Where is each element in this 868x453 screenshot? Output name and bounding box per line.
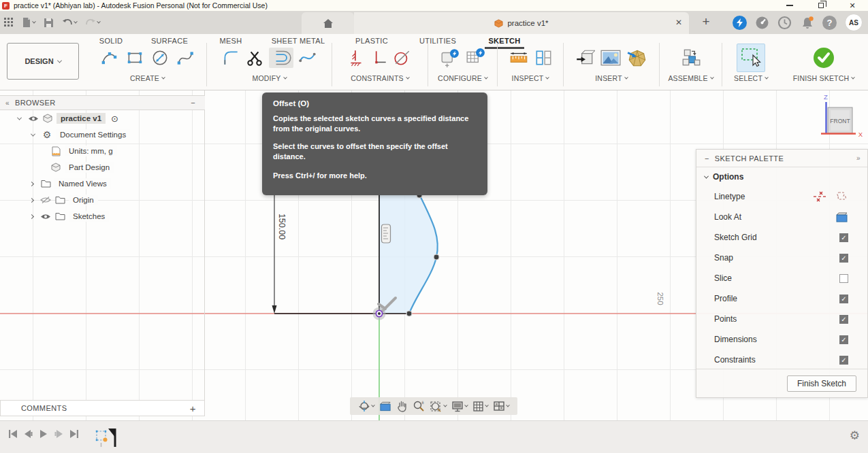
sketch-profile-region[interactable]: [379, 195, 438, 314]
tree-item-named-views[interactable]: Named Views: [0, 175, 205, 192]
slice-checkbox[interactable]: [839, 274, 848, 283]
timeline-play-button[interactable]: [39, 429, 48, 439]
sketch-feature-marker[interactable]: [95, 428, 118, 450]
spline-point[interactable]: [406, 311, 412, 316]
home-button[interactable]: [302, 12, 354, 34]
new-tab-button[interactable]: +: [698, 14, 713, 29]
zoom-button[interactable]: ±: [413, 400, 425, 412]
extensions-button[interactable]: [733, 16, 747, 30]
profile-checkbox[interactable]: [839, 295, 848, 303]
insert-derive-tool[interactable]: [575, 48, 595, 68]
points-checkbox[interactable]: [839, 315, 848, 324]
file-menu-button[interactable]: [22, 17, 35, 28]
chevron-right-icon[interactable]: [29, 214, 33, 218]
look-at-button[interactable]: [379, 401, 391, 412]
chevron-right-icon[interactable]: [29, 181, 33, 186]
chevron-right-icon[interactable]: [29, 197, 33, 202]
close-button[interactable]: ✕: [837, 0, 868, 11]
trim-tool[interactable]: [245, 48, 264, 67]
break-curve-tool[interactable]: [298, 48, 317, 67]
dimension-value[interactable]: 150.00: [277, 214, 287, 239]
minimize-panel-icon[interactable]: −: [191, 99, 195, 107]
viewports-button[interactable]: [493, 401, 509, 412]
add-comment-button[interactable]: +: [190, 403, 196, 414]
timeline-settings-gear-icon[interactable]: ⚙: [850, 429, 860, 443]
zoom-window-button[interactable]: [430, 400, 447, 412]
timeline-go-to-start-button[interactable]: [8, 429, 18, 439]
view-cube[interactable]: FRONT Z X: [821, 93, 863, 138]
tangent-constraint-tool[interactable]: [393, 48, 412, 67]
history-button[interactable]: [777, 16, 792, 30]
group-select-label[interactable]: SELECT: [734, 74, 762, 82]
construction-linetype-icon[interactable]: [836, 191, 848, 202]
tree-item-sketches[interactable]: Sketches: [0, 208, 205, 224]
group-assemble-label[interactable]: ASSEMBLE: [668, 74, 707, 82]
tree-item-label[interactable]: Units: mm, g: [65, 146, 117, 156]
offset-tool-active[interactable]: [269, 48, 293, 68]
design-workspace-button[interactable]: DESIGN: [7, 43, 79, 80]
pan-button[interactable]: [396, 400, 408, 412]
comments-bar[interactable]: COMMENTS +: [0, 400, 205, 416]
help-button[interactable]: ?: [822, 16, 837, 30]
constraints-checkbox[interactable]: [839, 356, 848, 365]
tree-item-part-design[interactable]: Part Design: [0, 159, 205, 175]
palette-header[interactable]: − SKETCH PALETTE »: [696, 150, 867, 167]
tree-item-label[interactable]: Named Views: [54, 178, 111, 189]
measure-tool[interactable]: [509, 48, 529, 67]
insert-canvas-image-tool[interactable]: [600, 48, 622, 68]
group-configure-label[interactable]: CONFIGURE: [438, 74, 482, 82]
redo-button[interactable]: [85, 18, 100, 27]
display-settings-button[interactable]: [451, 401, 468, 412]
expand-panel-icon[interactable]: »: [856, 154, 861, 162]
undo-button[interactable]: [62, 18, 77, 27]
finish-sketch-button[interactable]: Finish Sketch: [787, 375, 856, 392]
activate-component-icon[interactable]: ⊙: [111, 114, 118, 124]
select-tool-active[interactable]: [737, 44, 765, 72]
document-tab[interactable]: practice v1* ✕: [354, 12, 689, 34]
chevron-down-icon[interactable]: [30, 131, 35, 136]
tree-item-units[interactable]: Units: mm, g: [0, 143, 205, 159]
tree-item-label[interactable]: Document Settings: [56, 129, 130, 140]
grid-settings-button[interactable]: [472, 401, 488, 412]
spline-point[interactable]: [434, 254, 439, 260]
create-arc-tool[interactable]: [99, 48, 120, 67]
tree-item-origin[interactable]: Origin: [0, 192, 205, 208]
user-avatar[interactable]: AS: [845, 14, 863, 31]
configuration-tool[interactable]: [440, 48, 460, 68]
timeline-step-back-button[interactable]: [24, 429, 33, 439]
browser-header[interactable]: « BROWSER −: [0, 95, 205, 110]
dimensions-checkbox[interactable]: [839, 335, 848, 344]
minimize-button[interactable]: [774, 0, 805, 11]
collapse-panel-icon[interactable]: «: [5, 99, 10, 107]
palette-options-section[interactable]: Options: [696, 167, 867, 186]
job-status-button[interactable]: [755, 16, 769, 30]
assemble-joint-tool[interactable]: [680, 48, 702, 68]
origin-point[interactable]: [373, 307, 386, 320]
visibility-eye-icon[interactable]: [28, 115, 39, 122]
configuration-table-tool[interactable]: [465, 48, 485, 68]
app-grid-button[interactable]: [4, 18, 14, 27]
notifications-button[interactable]: [800, 16, 814, 30]
finish-sketch-button[interactable]: [812, 46, 835, 69]
tree-item-label[interactable]: Sketches: [69, 211, 109, 222]
timeline-go-to-end-button[interactable]: [69, 429, 79, 439]
centerline-linetype-icon[interactable]: [813, 191, 826, 202]
save-button[interactable]: [44, 18, 54, 28]
perpendicular-constraint-tool[interactable]: [370, 48, 388, 67]
tab-close-icon[interactable]: ✕: [675, 18, 682, 27]
section-analysis-tool[interactable]: [534, 48, 553, 67]
insert-mesh-tool[interactable]: [626, 48, 648, 68]
tree-item-label[interactable]: Origin: [69, 195, 98, 205]
group-modify-label[interactable]: MODIFY: [252, 74, 280, 82]
tree-item-root[interactable]: practice v1 ⊙: [0, 110, 205, 127]
group-create-label[interactable]: CREATE: [130, 74, 159, 82]
tree-item-label[interactable]: Part Design: [65, 162, 114, 173]
orbit-button[interactable]: [358, 400, 374, 412]
vertical-constraint-tool[interactable]: [348, 48, 366, 67]
create-rectangle-tool[interactable]: [125, 48, 145, 67]
chevron-down-icon[interactable]: [16, 115, 21, 120]
visibility-eye-icon[interactable]: [40, 213, 51, 220]
sketch-grid-checkbox[interactable]: [839, 233, 848, 242]
group-insert-label[interactable]: INSERT: [595, 74, 622, 82]
look-at-icon[interactable]: [835, 212, 848, 222]
